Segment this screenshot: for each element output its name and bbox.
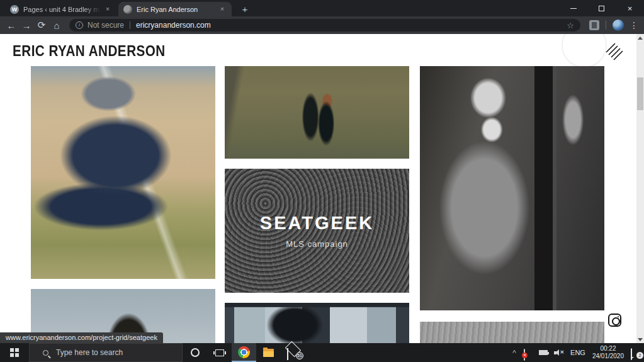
file-explorer-button[interactable] <box>256 343 281 362</box>
address-bar[interactable]: i Not secure ericryananderson.com ☆ <box>69 19 580 31</box>
diagonal-hamburger-icon <box>604 42 624 62</box>
security-label: Not secure <box>88 21 124 30</box>
system-tray: ＾ ✕ ✕ ENG 00:22 24/01/2020 2 <box>508 343 644 362</box>
minimize-icon <box>570 8 577 9</box>
photo-texture-partial[interactable] <box>420 322 604 343</box>
search-icon <box>43 350 48 356</box>
windows-taskbar: Type here to search 51 ＾ ✕ ✕ <box>0 343 644 362</box>
forward-icon: → <box>22 20 31 31</box>
tab-title: Pages ‹ unit 4 Bradley major — W <box>23 6 101 13</box>
chrome-icon <box>238 346 250 358</box>
tab-wordpress-pages[interactable]: W Pages ‹ unit 4 Bradley major — W × <box>5 2 117 16</box>
battery-icon <box>539 350 548 355</box>
tray-expand-button[interactable]: ＾ <box>506 343 523 362</box>
maximize-button[interactable] <box>587 0 616 16</box>
taskbar-search-input[interactable]: Type here to search <box>29 343 183 362</box>
seatgeek-title: SEATGEEK <box>260 213 374 234</box>
mail-icon <box>287 348 288 360</box>
scrollbar-thumb[interactable] <box>637 77 643 110</box>
scroll-up-icon <box>638 37 643 40</box>
photo-car-interior-partial[interactable] <box>225 303 409 343</box>
home-icon: ⌂ <box>54 20 59 31</box>
language-indicator[interactable]: ENG <box>567 343 589 362</box>
time-text: 00:22 <box>592 345 624 353</box>
clock[interactable]: 00:22 24/01/2020 <box>589 343 628 362</box>
scroll-down-icon <box>638 338 643 341</box>
start-button[interactable] <box>0 343 29 362</box>
task-view-icon <box>215 349 224 356</box>
status-bar-link: www.ericryananderson.com/project-grid/se… <box>0 332 163 343</box>
tab-title: Eric Ryan Anderson <box>137 6 215 13</box>
file-explorer-icon <box>263 349 274 357</box>
scrollbar-down-button[interactable] <box>636 336 644 343</box>
new-tab-button[interactable]: + <box>238 3 252 16</box>
task-view-button[interactable] <box>207 343 232 362</box>
photo-football-kid[interactable] <box>31 66 215 279</box>
mail-badge: 51 <box>296 352 303 359</box>
notification-badge: 2 <box>636 352 643 359</box>
info-icon[interactable]: i <box>76 21 83 29</box>
close-icon: × <box>628 4 633 13</box>
refresh-button[interactable]: ⟳ <box>34 18 49 33</box>
url-text[interactable]: ericryananderson.com <box>136 21 211 30</box>
decorative-circle <box>562 34 607 68</box>
menu-toggle-button[interactable] <box>604 42 624 62</box>
cortana-button[interactable] <box>183 343 207 362</box>
browser-window: W Pages ‹ unit 4 Bradley major — W × Eri… <box>0 0 644 343</box>
search-placeholder: Type here to search <box>56 348 123 357</box>
tab-strip: W Pages ‹ unit 4 Bradley major — W × Eri… <box>0 0 644 16</box>
page-viewport: ERIC RYAN ANDERSON SEATGEEK MLS campaign <box>0 34 644 343</box>
action-center-icon <box>631 348 632 360</box>
instagram-icon[interactable] <box>608 314 621 327</box>
close-window-button[interactable]: × <box>616 0 644 16</box>
site-favicon-icon <box>123 5 132 14</box>
battery-button[interactable] <box>536 343 551 362</box>
wordpress-favicon-icon: W <box>10 5 19 14</box>
tab-eric-ryan-anderson[interactable]: Eric Ryan Anderson × <box>118 2 232 16</box>
chevron-up-icon: ＾ <box>510 348 519 357</box>
screen: W Pages ‹ unit 4 Bradley major — W × Eri… <box>0 0 644 362</box>
photo-seatgeek-project-link[interactable]: SEATGEEK MLS campaign <box>225 169 409 293</box>
chrome-taskbar-button[interactable] <box>232 343 256 362</box>
tab-close-icon[interactable]: × <box>103 5 112 14</box>
extension-icon[interactable] <box>589 20 599 30</box>
page-scrollbar[interactable] <box>636 34 644 343</box>
windows-logo-icon <box>10 348 19 357</box>
home-button[interactable]: ⌂ <box>49 18 64 33</box>
volume-button[interactable]: ✕ <box>551 343 567 362</box>
bookmark-star-icon[interactable]: ☆ <box>567 21 574 30</box>
tab-close-icon[interactable]: × <box>218 5 227 14</box>
maximize-icon <box>599 6 604 11</box>
seatgeek-subtitle: MLS campaign <box>286 239 348 249</box>
site-logo[interactable]: ERIC RYAN ANDERSON <box>13 42 166 60</box>
window-controls: × <box>559 0 644 16</box>
browser-toolbar: ← → ⟳ ⌂ i Not secure ericryananderson.co… <box>0 16 644 34</box>
forward-button[interactable]: → <box>19 18 34 33</box>
menu-dots-icon: ⋮ <box>630 20 638 30</box>
browser-menu-button[interactable]: ⋮ <box>628 18 640 33</box>
minimize-button[interactable] <box>559 0 587 16</box>
back-button[interactable]: ← <box>4 18 19 33</box>
action-center-button[interactable]: 2 <box>628 343 644 362</box>
toolbar-separator <box>606 21 606 30</box>
back-icon: ← <box>7 20 16 31</box>
speaker-muted-icon: ✕ <box>554 349 564 356</box>
profile-avatar[interactable] <box>613 20 624 31</box>
network-error-icon: ✕ <box>524 349 533 356</box>
photo-bw-portrait[interactable] <box>420 66 604 310</box>
photo-couple-moor[interactable] <box>225 66 409 159</box>
address-separator <box>130 21 130 29</box>
mail-button[interactable]: 51 <box>281 343 305 362</box>
scrollbar-up-button[interactable] <box>636 34 644 42</box>
refresh-icon: ⟳ <box>38 20 46 31</box>
cortana-icon <box>191 348 200 357</box>
date-text: 24/01/2020 <box>592 353 624 361</box>
